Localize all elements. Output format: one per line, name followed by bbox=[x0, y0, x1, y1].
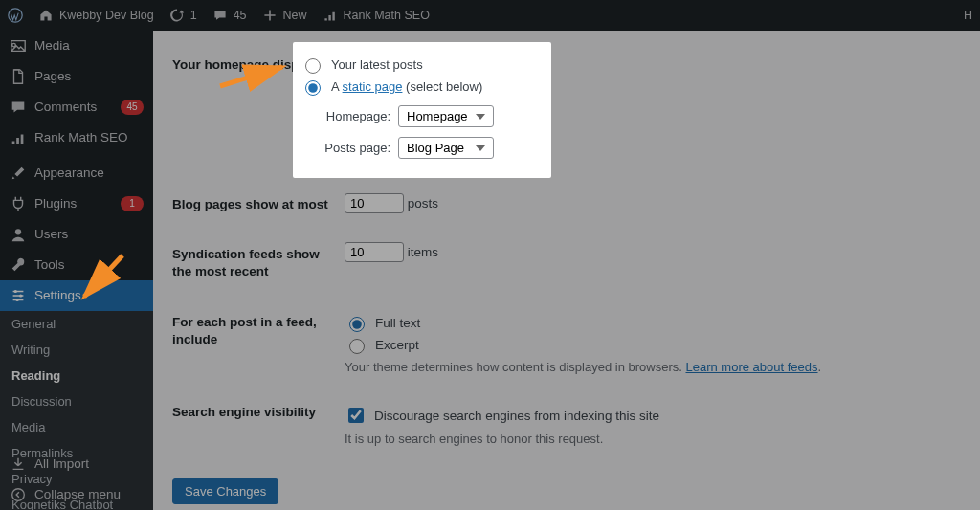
settings-sub-general[interactable]: General bbox=[0, 311, 153, 337]
save-changes-button[interactable]: Save Changes bbox=[172, 478, 278, 504]
feeds-learn-more-link[interactable]: Learn more about feeds bbox=[685, 360, 817, 374]
svg-point-5 bbox=[12, 489, 25, 501]
new-content-link[interactable]: New bbox=[255, 0, 315, 31]
sidebar-item-collapse-menu[interactable]: Collapse menu bbox=[0, 479, 153, 510]
sidebar-item-plugins[interactable]: Plugins1 bbox=[0, 188, 153, 219]
admin-sidebar: MediaPagesComments45Rank Math SEO Appear… bbox=[0, 31, 153, 510]
new-label: New bbox=[283, 9, 307, 22]
site-name-link[interactable]: Kwebby Dev Blog bbox=[31, 0, 162, 31]
wrench-icon bbox=[10, 256, 27, 274]
sidebar-item-users[interactable]: Users bbox=[0, 219, 153, 250]
howdy-link[interactable]: H bbox=[956, 0, 980, 31]
rankmath-link[interactable]: Rank Math SEO bbox=[315, 0, 437, 31]
menu-label: All Import bbox=[34, 455, 144, 473]
menu-label: Settings bbox=[34, 287, 144, 304]
sidebar-item-rank-math-seo[interactable]: Rank Math SEO bbox=[0, 122, 153, 153]
sev-label: Search engine visibility bbox=[172, 388, 345, 459]
menu-label: Comments bbox=[34, 99, 113, 116]
homepage-select-hl[interactable]: Homepage bbox=[398, 105, 494, 127]
comments-link[interactable]: 45 bbox=[205, 0, 255, 31]
updates-count: 1 bbox=[190, 9, 197, 22]
postspage-select-hl[interactable]: Blog Page bbox=[398, 137, 494, 159]
settings-reading-page: Your homepage displays Your latest posts… bbox=[153, 31, 980, 510]
sidebar-item-all-import[interactable]: All Import bbox=[0, 449, 153, 479]
radio-excerpt[interactable] bbox=[349, 339, 365, 354]
sidebar-item-pages[interactable]: Pages bbox=[0, 61, 153, 92]
update-badge: 45 bbox=[121, 100, 144, 115]
radio-static-page-hl[interactable] bbox=[305, 80, 321, 96]
blog-pages-unit: posts bbox=[408, 196, 438, 211]
blog-pages-label: Blog pages show at most bbox=[172, 180, 345, 229]
menu-label: Tools bbox=[34, 256, 144, 274]
blog-pages-input[interactable] bbox=[345, 193, 404, 213]
feed-description: Your theme determines how content is dis… bbox=[345, 360, 685, 374]
home-icon bbox=[38, 8, 54, 23]
chart-icon bbox=[10, 129, 27, 146]
comment-icon bbox=[10, 99, 27, 116]
feed-content-label: For each post in a feed, include bbox=[172, 297, 345, 388]
collapse-icon bbox=[10, 486, 27, 503]
sev-note: It is up to search engines to honor this… bbox=[345, 432, 951, 446]
howdy-initial: H bbox=[964, 9, 972, 22]
menu-label: Media bbox=[34, 37, 144, 55]
plus-icon bbox=[262, 8, 278, 23]
sev-checkbox[interactable] bbox=[348, 408, 364, 423]
svg-point-1 bbox=[15, 229, 21, 234]
svg-point-2 bbox=[14, 290, 17, 293]
sidebar-item-settings[interactable]: Settings bbox=[0, 280, 153, 311]
radio-full-text-label: Full text bbox=[375, 316, 420, 330]
settings-sub-reading[interactable]: Reading bbox=[0, 363, 153, 388]
sidebar-item-tools[interactable]: Tools bbox=[0, 250, 153, 280]
chart-icon bbox=[323, 8, 338, 23]
radio-latest-posts-hl[interactable] bbox=[305, 58, 321, 74]
updates-link[interactable]: 1 bbox=[162, 0, 205, 31]
media-icon bbox=[10, 37, 27, 55]
sidebar-item-comments[interactable]: Comments45 bbox=[0, 92, 153, 122]
settings-sub-writing[interactable]: Writing bbox=[0, 337, 153, 363]
sliders-icon bbox=[10, 287, 27, 304]
menu-label: Appearance bbox=[34, 165, 144, 182]
menu-label: Rank Math SEO bbox=[34, 129, 144, 146]
reading-settings-form: Your homepage displays Your latest posts… bbox=[172, 40, 961, 459]
plug-icon bbox=[10, 195, 27, 212]
syndication-input[interactable] bbox=[345, 242, 404, 262]
syndication-label: Syndication feeds show the most recent bbox=[172, 229, 345, 297]
user-icon bbox=[10, 226, 27, 243]
menu-label: Plugins bbox=[34, 195, 113, 212]
download-icon bbox=[10, 455, 27, 473]
brush-icon bbox=[10, 165, 27, 182]
comment-icon bbox=[212, 8, 228, 23]
radio-excerpt-label: Excerpt bbox=[375, 338, 419, 352]
rankmath-label: Rank Math SEO bbox=[344, 9, 430, 22]
settings-sub-discussion[interactable]: Discussion bbox=[0, 388, 153, 414]
svg-point-3 bbox=[19, 294, 22, 297]
site-name: Kwebby Dev Blog bbox=[59, 9, 154, 22]
update-badge: 1 bbox=[121, 196, 144, 211]
wordpress-icon bbox=[8, 8, 23, 23]
settings-sub-media[interactable]: Media bbox=[0, 414, 153, 440]
radio-full-text[interactable] bbox=[349, 317, 365, 332]
menu-label: Collapse menu bbox=[34, 486, 144, 503]
menu-label: Users bbox=[34, 226, 144, 243]
svg-point-4 bbox=[15, 299, 18, 301]
menu-label: Pages bbox=[34, 68, 144, 85]
page-icon bbox=[10, 68, 27, 85]
sidebar-item-media[interactable]: Media bbox=[0, 31, 153, 61]
comments-count: 45 bbox=[234, 9, 247, 22]
sidebar-item-appearance[interactable]: Appearance bbox=[0, 158, 153, 188]
refresh-icon bbox=[169, 8, 185, 23]
admin-bar: Kwebby Dev Blog 1 45 New Rank Math SEO H bbox=[0, 0, 980, 31]
static-page-help-link-hl[interactable]: static page bbox=[343, 79, 403, 94]
svg-point-0 bbox=[9, 9, 22, 22]
wp-logo[interactable] bbox=[0, 0, 31, 31]
sev-checkbox-label: Discourage search engines from indexing … bbox=[374, 409, 659, 423]
syndication-unit: items bbox=[408, 245, 438, 259]
highlighted-region: Your latest posts A static page (select … bbox=[293, 42, 551, 178]
